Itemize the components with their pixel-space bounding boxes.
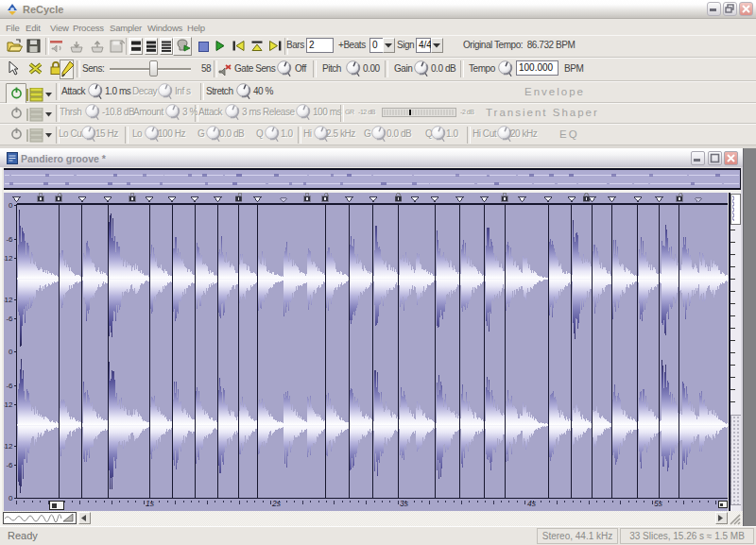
svg-text:0: 0 [9, 201, 13, 210]
svg-text:-12: -12 [4, 400, 13, 409]
svg-text:-6: -6 [6, 315, 13, 323]
svg-text:-12: -12 [4, 442, 13, 451]
svg-text:5s: 5s [654, 499, 663, 508]
svg-text:0: 0 [9, 494, 13, 502]
svg-text:-6: -6 [6, 461, 13, 469]
svg-text:-12: -12 [4, 296, 13, 304]
svg-text:-6: -6 [6, 235, 13, 244]
svg-text:4s: 4s [527, 499, 537, 508]
svg-text:2s: 2s [271, 499, 282, 508]
svg-text:3s: 3s [400, 499, 409, 508]
svg-text:-12: -12 [4, 254, 13, 263]
svg-text:0: 0 [9, 348, 13, 356]
svg-text:1s: 1s [146, 499, 155, 508]
svg-text:-6: -6 [6, 382, 13, 390]
